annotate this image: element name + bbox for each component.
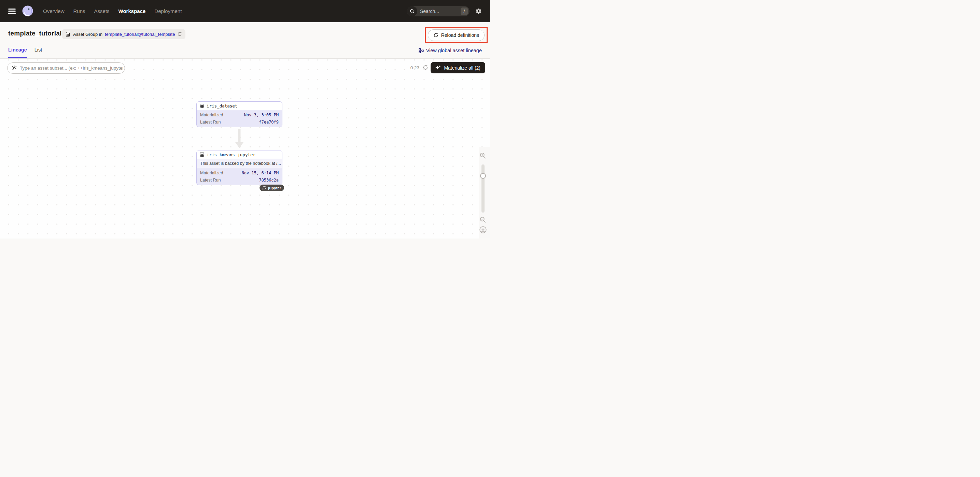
stat-label: Latest Run: [200, 178, 221, 182]
stat-label: Materialized: [200, 113, 223, 117]
asset-group-link[interactable]: template_tutorial@tutorial_template: [105, 32, 175, 37]
search-icon: [407, 6, 417, 16]
asset-subset-input[interactable]: [20, 65, 123, 71]
lineage-graph-icon: [418, 48, 424, 53]
search-shortcut-key: /: [461, 8, 468, 15]
view-global-label: View global asset lineage: [426, 48, 482, 53]
asset-group-icon: [65, 32, 71, 37]
table-asset-icon: [200, 104, 204, 108]
chip-reload-icon[interactable]: [177, 32, 182, 36]
stat-value-timestamp[interactable]: Nov 15, 6:14 PM: [242, 171, 278, 175]
graph-refresh-icon[interactable]: [423, 65, 428, 70]
asset-description: This asset is backed by the notebook at …: [197, 159, 282, 168]
nav-item-runs[interactable]: Runs: [73, 8, 85, 14]
nav-item-workspace[interactable]: Workspace: [118, 8, 146, 14]
materialize-all-button[interactable]: Materialize all (2): [431, 62, 485, 73]
table-asset-icon: [200, 152, 204, 157]
nav-item-deployment[interactable]: Deployment: [154, 8, 182, 14]
tab-lineage[interactable]: Lineage: [8, 47, 27, 59]
asset-name: iris_dataset: [207, 103, 237, 108]
dagster-logo-icon[interactable]: [21, 5, 34, 18]
stat-label: Latest Run: [200, 120, 221, 125]
asset-group-chip: Asset Group in template_tutorial@tutoria…: [62, 29, 185, 39]
zoom-slider-track[interactable]: [482, 165, 485, 212]
reload-definitions-button[interactable]: Reload definitions: [428, 29, 485, 41]
stat-row-materialized: Materialized Nov 15, 6:14 PM: [197, 169, 282, 176]
stat-value-run-id[interactable]: f7ea70f9: [259, 120, 278, 125]
materialize-all-label: Materialize all (2): [444, 65, 480, 71]
asset-node-iris-dataset[interactable]: iris_dataset Materialized Nov 3, 3:05 PM…: [196, 101, 282, 127]
sparkle-icon: [435, 65, 441, 71]
download-image-icon[interactable]: [479, 226, 487, 234]
asset-subset-filter: [7, 62, 125, 74]
asset-stats: Materialized Nov 3, 3:05 PM Latest Run f…: [197, 110, 282, 127]
kind-tag-label: jupyter: [268, 186, 281, 190]
lineage-canvas[interactable]: 0:23 Materialize all (2) i: [0, 59, 490, 239]
global-search-input[interactable]: Search... /: [407, 6, 469, 16]
zoom-in-icon[interactable]: [479, 152, 486, 159]
stat-value-run-id[interactable]: 78536c2a: [259, 178, 278, 182]
page-header: template_tutorial Asset Group in templat…: [0, 22, 490, 59]
view-tabs: Lineage List: [8, 47, 42, 59]
dagster-app: Overview Runs Assets Workspace Deploymen…: [0, 0, 490, 239]
asset-stats: Materialized Nov 15, 6:14 PM Latest Run …: [197, 168, 282, 185]
stat-row-latest-run: Latest Run f7ea70f9: [197, 119, 282, 125]
top-nav-bar: Overview Runs Assets Workspace Deploymen…: [0, 0, 490, 22]
primary-nav: Overview Runs Assets Workspace Deploymen…: [43, 8, 182, 14]
hamburger-menu-icon[interactable]: [8, 8, 16, 14]
view-global-asset-lineage-link[interactable]: View global asset lineage: [418, 48, 482, 53]
reload-definitions-label: Reload definitions: [441, 32, 479, 38]
asset-name: iris_kmeans_jupyter: [207, 152, 255, 157]
stat-value-timestamp[interactable]: Nov 3, 3:05 PM: [244, 113, 278, 117]
asset-node-header: iris_dataset: [197, 102, 282, 110]
zoom-out-icon[interactable]: [479, 216, 486, 223]
stat-row-materialized: Materialized Nov 3, 3:05 PM: [197, 111, 282, 119]
asset-group-chip-text: Asset Group in: [73, 32, 102, 37]
kind-tag-jupyter[interactable]: jupyter: [259, 185, 284, 191]
settings-gear-icon[interactable]: [475, 8, 482, 14]
annotation-highlight-box: Reload definitions: [425, 27, 488, 43]
zoom-slider-thumb[interactable]: [480, 173, 486, 179]
stat-row-latest-run: Latest Run 78536c2a: [197, 176, 282, 184]
nav-item-assets[interactable]: Assets: [94, 8, 110, 14]
page-title: template_tutorial: [8, 30, 62, 37]
lineage-edge-arrow: [235, 129, 243, 148]
asset-node-header: iris_kmeans_jupyter: [197, 151, 282, 159]
reload-icon: [433, 33, 438, 38]
tab-list[interactable]: List: [35, 47, 42, 59]
search-placeholder-text: Search...: [417, 8, 461, 14]
nav-item-overview[interactable]: Overview: [43, 8, 65, 14]
asset-graph-filter-icon: [11, 65, 17, 71]
refresh-countdown: 0:23: [410, 65, 419, 70]
stat-label: Materialized: [200, 171, 223, 175]
jupyter-icon: [262, 185, 266, 190]
asset-node-iris-kmeans-jupyter[interactable]: iris_kmeans_jupyter This asset is backed…: [196, 150, 282, 185]
